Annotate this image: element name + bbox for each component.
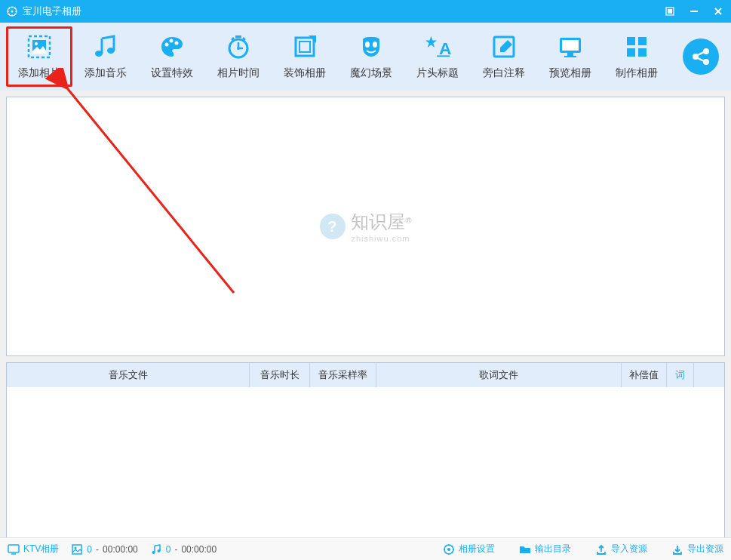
photo-panel[interactable]: ? 知识屋® zhishiwu.com bbox=[6, 97, 725, 356]
titlebar: 宝川电子相册 bbox=[0, 0, 731, 23]
svg-rect-11 bbox=[668, 9, 672, 14]
share-button[interactable] bbox=[683, 38, 719, 75]
create-album-button[interactable]: 制作相册 bbox=[604, 26, 670, 87]
svg-point-44 bbox=[703, 48, 709, 54]
watermark-text: 知识屋 bbox=[351, 211, 405, 232]
photo-count: 0 bbox=[87, 544, 92, 555]
svg-point-21 bbox=[170, 39, 174, 43]
col-compensation[interactable]: 补偿值 bbox=[622, 363, 667, 387]
opening-title-button[interactable]: A 片头标题 bbox=[404, 26, 471, 87]
mask-icon bbox=[358, 33, 385, 60]
album-type-status[interactable]: KTV相册 bbox=[8, 543, 59, 555]
edit-icon bbox=[490, 33, 518, 60]
music-count-status[interactable]: 0 - 00:00:00 bbox=[150, 543, 217, 555]
upload-icon bbox=[595, 543, 607, 555]
preview-album-button[interactable]: 预览相册 bbox=[537, 26, 604, 87]
watermark-url: zhishiwu.com bbox=[351, 234, 411, 243]
watermark-reg: ® bbox=[405, 216, 411, 225]
music-icon bbox=[92, 33, 119, 60]
add-photo-button[interactable]: 添加相片 bbox=[6, 26, 72, 87]
svg-line-8 bbox=[9, 14, 10, 14]
music-count: 0 bbox=[166, 544, 171, 555]
toolbar-label: 相片时间 bbox=[217, 66, 260, 80]
titlebar-title: 宝川电子相册 bbox=[23, 5, 663, 18]
restore-button[interactable] bbox=[663, 5, 677, 18]
toolbar-label: 预览相册 bbox=[549, 66, 591, 80]
music-small-icon bbox=[150, 543, 162, 555]
music-area: 音乐文件 音乐时长 音乐采样率 歌词文件 补偿值 词 bbox=[0, 362, 731, 539]
monitor-icon bbox=[557, 33, 584, 60]
table-header: 音乐文件 音乐时长 音乐采样率 歌词文件 补偿值 词 bbox=[7, 363, 724, 387]
photo-time-button[interactable]: 相片时间 bbox=[205, 26, 272, 87]
output-dir-label: 输出目录 bbox=[535, 543, 571, 555]
magic-scene-button[interactable]: 魔幻场景 bbox=[338, 26, 404, 87]
svg-line-6 bbox=[9, 8, 10, 9]
narration-note-button[interactable]: 旁白注释 bbox=[471, 26, 537, 87]
window-controls bbox=[663, 5, 725, 18]
output-dir-button[interactable]: 输出目录 bbox=[519, 543, 571, 555]
svg-rect-42 bbox=[638, 48, 647, 57]
col-lyrics[interactable]: 词 bbox=[667, 363, 694, 387]
col-lyrics-file[interactable]: 歌词文件 bbox=[376, 363, 622, 387]
col-sample-rate[interactable]: 音乐采样率 bbox=[310, 363, 376, 387]
svg-rect-38 bbox=[564, 56, 576, 57]
close-button[interactable] bbox=[711, 5, 725, 18]
svg-point-52 bbox=[75, 546, 77, 549]
svg-rect-41 bbox=[627, 48, 635, 57]
album-type-label: KTV相册 bbox=[23, 543, 59, 555]
table-body[interactable] bbox=[7, 387, 724, 538]
photo-count-status[interactable]: 0 - 00:00:00 bbox=[71, 543, 137, 555]
toolbar-label: 片头标题 bbox=[416, 66, 459, 80]
settings-label: 相册设置 bbox=[459, 543, 495, 555]
svg-rect-29 bbox=[299, 42, 310, 52]
grid-icon bbox=[623, 33, 650, 60]
palette-icon bbox=[158, 33, 186, 60]
export-label: 导出资源 bbox=[687, 543, 723, 555]
decorate-album-button[interactable]: 装饰相册 bbox=[272, 26, 338, 87]
svg-point-54 bbox=[157, 549, 160, 552]
svg-point-17 bbox=[35, 42, 38, 45]
watermark-badge-icon: ? bbox=[319, 214, 345, 239]
statusbar: KTV相册 0 - 00:00:00 0 - 00:00:00 相册设置 输出目… bbox=[0, 537, 731, 560]
monitor-small-icon bbox=[8, 543, 20, 555]
toolbar-label: 制作相册 bbox=[616, 66, 658, 80]
add-music-button[interactable]: 添加音乐 bbox=[72, 26, 139, 87]
minimize-button[interactable] bbox=[687, 5, 701, 18]
set-effects-button[interactable]: 设置特效 bbox=[139, 26, 205, 87]
photo-duration: 00:00:00 bbox=[103, 544, 138, 555]
toolbar-label: 设置特效 bbox=[151, 66, 193, 80]
album-settings-button[interactable]: 相册设置 bbox=[443, 543, 495, 555]
download-icon bbox=[671, 543, 683, 555]
svg-point-53 bbox=[152, 551, 155, 554]
svg-line-9 bbox=[14, 8, 15, 9]
toolbar-label: 旁白注释 bbox=[483, 66, 525, 80]
watermark: ? 知识屋® zhishiwu.com bbox=[319, 210, 411, 243]
main-area: ? 知识屋® zhishiwu.com bbox=[0, 91, 731, 362]
star-a-icon: A bbox=[424, 33, 451, 60]
svg-point-56 bbox=[447, 548, 450, 551]
folder-icon bbox=[519, 543, 531, 555]
svg-rect-37 bbox=[567, 53, 573, 56]
svg-rect-39 bbox=[627, 37, 635, 45]
toolbar-label: 添加相片 bbox=[18, 66, 60, 80]
svg-point-19 bbox=[107, 48, 115, 54]
svg-point-30 bbox=[365, 42, 370, 48]
svg-line-46 bbox=[698, 52, 704, 55]
col-music-file[interactable]: 音乐文件 bbox=[7, 363, 250, 387]
svg-point-31 bbox=[373, 42, 377, 48]
import-resource-button[interactable]: 导入资源 bbox=[595, 543, 647, 555]
col-duration[interactable]: 音乐时长 bbox=[250, 363, 310, 387]
svg-point-1 bbox=[11, 11, 14, 13]
export-resource-button[interactable]: 导出资源 bbox=[671, 543, 723, 555]
clock-icon bbox=[225, 33, 252, 60]
svg-rect-36 bbox=[562, 40, 579, 51]
svg-line-47 bbox=[698, 58, 704, 61]
music-table: 音乐文件 音乐时长 音乐采样率 歌词文件 补偿值 词 bbox=[6, 362, 725, 539]
svg-point-22 bbox=[175, 42, 179, 45]
app-icon bbox=[6, 5, 18, 17]
toolbar-label: 装饰相册 bbox=[284, 66, 326, 80]
col-extra[interactable] bbox=[694, 363, 724, 387]
svg-rect-40 bbox=[638, 37, 647, 45]
toolbar-label: 添加音乐 bbox=[84, 66, 127, 80]
frame-icon bbox=[291, 33, 318, 60]
